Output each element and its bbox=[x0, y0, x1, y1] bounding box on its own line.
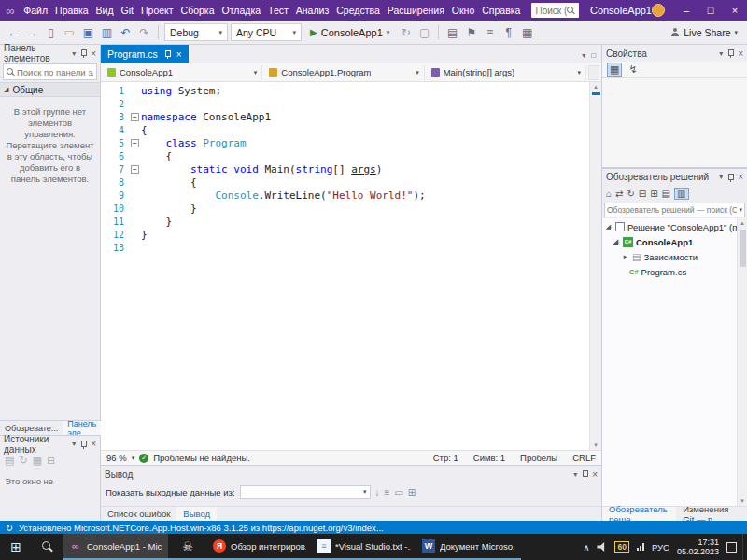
menu-debug[interactable]: Отладка bbox=[218, 0, 265, 21]
sync-with-active-icon[interactable]: ▥ bbox=[674, 188, 688, 200]
refresh-icon[interactable]: ↻ bbox=[19, 455, 27, 467]
code-line[interactable]: 7− static void Main(string[] args) bbox=[101, 162, 589, 175]
problems-status[interactable]: Проблемы не найдены. bbox=[153, 453, 250, 463]
chevron-down-icon[interactable]: ▾ bbox=[573, 470, 577, 479]
home-icon[interactable]: ⌂ bbox=[606, 189, 612, 199]
save-all-icon[interactable]: ▥ bbox=[99, 26, 115, 39]
expander-icon[interactable]: ◢ bbox=[604, 223, 613, 231]
window-list-icon[interactable]: □ bbox=[591, 51, 596, 60]
code-line[interactable]: 13 bbox=[101, 241, 589, 254]
scroll-thumb[interactable] bbox=[740, 230, 746, 267]
code-line[interactable]: 2 bbox=[101, 97, 589, 110]
tab-output[interactable]: Вывод bbox=[176, 507, 217, 521]
pin-icon[interactable] bbox=[581, 469, 588, 479]
redo-icon[interactable]: ↷ bbox=[136, 26, 152, 39]
close-icon[interactable]: × bbox=[91, 49, 96, 59]
menu-view[interactable]: Вид bbox=[92, 0, 118, 21]
toolbox-search[interactable] bbox=[3, 63, 97, 80]
solution-search-input[interactable] bbox=[607, 205, 737, 215]
word-wrap-icon[interactable]: ▭ bbox=[394, 487, 402, 497]
code-line[interactable]: 5− class Program bbox=[101, 136, 589, 149]
code-line[interactable]: 1using System; bbox=[101, 84, 589, 97]
menu-extensions[interactable]: Расширения bbox=[384, 0, 448, 21]
chevron-down-icon[interactable]: ▾ bbox=[719, 49, 723, 58]
chevron-down-icon[interactable]: ▾ bbox=[72, 440, 76, 448]
code-line[interactable]: 8 { bbox=[101, 175, 589, 189]
scroll-up-icon[interactable]: ▴ bbox=[594, 83, 598, 91]
close-button[interactable]: × bbox=[723, 0, 747, 21]
code-line[interactable]: 3−namespace ConsoleApp1 bbox=[101, 110, 589, 123]
start-button[interactable]: ⊞ bbox=[0, 534, 32, 560]
forward-icon[interactable]: → bbox=[24, 26, 40, 39]
collapse-icon[interactable]: ⊟ bbox=[47, 455, 55, 467]
editor-scrollbar[interactable]: ▴ ▾ bbox=[589, 82, 601, 450]
fold-toggle-icon[interactable]: − bbox=[129, 165, 141, 174]
taskbar-skull-app[interactable]: ☠ bbox=[168, 534, 207, 560]
refresh-icon[interactable]: ↻ bbox=[627, 189, 634, 199]
find-message-icon[interactable]: ↓ bbox=[375, 487, 380, 497]
volume-icon[interactable] bbox=[597, 542, 607, 552]
open-file-icon[interactable]: ▭ bbox=[62, 26, 78, 39]
close-icon[interactable]: × bbox=[738, 49, 743, 59]
start-debugging-button[interactable]: ▶ ConsoleApp1 ▾ bbox=[304, 23, 395, 42]
code-line[interactable]: 12} bbox=[101, 228, 589, 241]
pin-icon[interactable] bbox=[726, 49, 734, 58]
taskbar-clock[interactable]: 17:31 05.02.2023 bbox=[677, 538, 719, 556]
menu-build[interactable]: Сборка bbox=[177, 0, 218, 21]
categorized-icon[interactable]: ▦ bbox=[607, 63, 622, 77]
scroll-down-icon[interactable]: ▾ bbox=[740, 497, 744, 505]
taskbar-visual-studio[interactable]: ∞ConsoleApp1 - Mic... bbox=[63, 534, 168, 560]
taskbar-notepad[interactable]: ≡*Visual Studio.txt -... bbox=[312, 534, 416, 560]
tree-item-dependencies[interactable]: ▸ ▤ Зависимости bbox=[602, 249, 747, 264]
tab-program-cs[interactable]: Program.cs × bbox=[101, 45, 189, 63]
fold-toggle-icon[interactable]: − bbox=[129, 113, 141, 121]
switch-views-icon[interactable]: ⇄ bbox=[615, 189, 623, 199]
debug-configuration-dropdown[interactable]: Debug ▾ bbox=[164, 23, 228, 41]
expander-icon[interactable]: ▸ bbox=[621, 253, 629, 260]
pin-icon[interactable] bbox=[79, 49, 87, 58]
find-in-files-icon[interactable]: ▤ bbox=[444, 26, 460, 39]
fold-toggle-icon[interactable]: − bbox=[129, 139, 141, 147]
quick-launch-input[interactable] bbox=[535, 6, 566, 16]
menu-project[interactable]: Проект bbox=[137, 0, 177, 21]
hot-reload-icon[interactable]: ↻ bbox=[398, 26, 414, 39]
user-avatar[interactable] bbox=[652, 4, 665, 17]
new-project-icon[interactable]: ▯ bbox=[43, 26, 59, 39]
code-line[interactable]: 11 } bbox=[101, 215, 589, 228]
tab-git-changes[interactable]: Изменения Git — п... bbox=[676, 507, 747, 521]
toggle-autoscroll-icon[interactable]: ⊞ bbox=[408, 487, 416, 497]
back-icon[interactable]: ← bbox=[6, 26, 21, 39]
close-icon[interactable]: × bbox=[738, 172, 743, 182]
code-line[interactable]: 10 } bbox=[101, 202, 589, 215]
menu-help[interactable]: Справка bbox=[478, 0, 524, 21]
hidden-icons-chevron[interactable]: ∧ bbox=[583, 542, 589, 553]
language-indicator[interactable]: РУС bbox=[652, 542, 669, 553]
code-line[interactable]: 6 { bbox=[101, 149, 589, 162]
close-icon[interactable]: × bbox=[91, 439, 96, 449]
code-lines[interactable]: 1using System;23−namespace ConsoleApp14{… bbox=[101, 82, 589, 450]
chevron-down-icon[interactable]: ▾ bbox=[132, 455, 135, 462]
minimize-button[interactable]: – bbox=[674, 0, 698, 21]
toolbox-group-general[interactable]: ◢ Общие bbox=[0, 82, 100, 97]
configure-icon[interactable]: ▦ bbox=[33, 455, 42, 467]
chevron-down-icon[interactable]: ▾ bbox=[582, 51, 585, 60]
eol-indicator[interactable]: CRLF bbox=[572, 453, 596, 463]
outline-icon[interactable]: ▦ bbox=[519, 26, 535, 39]
menu-test[interactable]: Тест bbox=[264, 0, 292, 21]
pin-icon[interactable] bbox=[726, 173, 734, 182]
network-icon[interactable] bbox=[637, 543, 644, 551]
output-source-dropdown[interactable]: ▾ bbox=[240, 485, 371, 499]
quick-launch-search[interactable] bbox=[531, 3, 578, 18]
chevron-down-icon[interactable]: ▾ bbox=[719, 173, 723, 181]
bookmark-icon[interactable]: ⚑ bbox=[463, 26, 479, 39]
scroll-down-icon[interactable]: ▾ bbox=[594, 441, 598, 449]
tab-error-list[interactable]: Список ошибок bbox=[101, 507, 176, 521]
menu-file[interactable]: Файл bbox=[20, 0, 51, 21]
code-line[interactable]: 4{ bbox=[101, 123, 589, 136]
solution-scrollbar[interactable]: ▴ ▾ bbox=[737, 218, 747, 506]
menu-window[interactable]: Окно bbox=[448, 0, 478, 21]
tree-item-program-cs[interactable]: C# Program.cs bbox=[602, 264, 747, 279]
add-data-source-icon[interactable]: ▤ bbox=[5, 455, 14, 467]
show-desktop-button[interactable] bbox=[742, 534, 747, 560]
scroll-up-icon[interactable]: ▴ bbox=[740, 219, 744, 227]
